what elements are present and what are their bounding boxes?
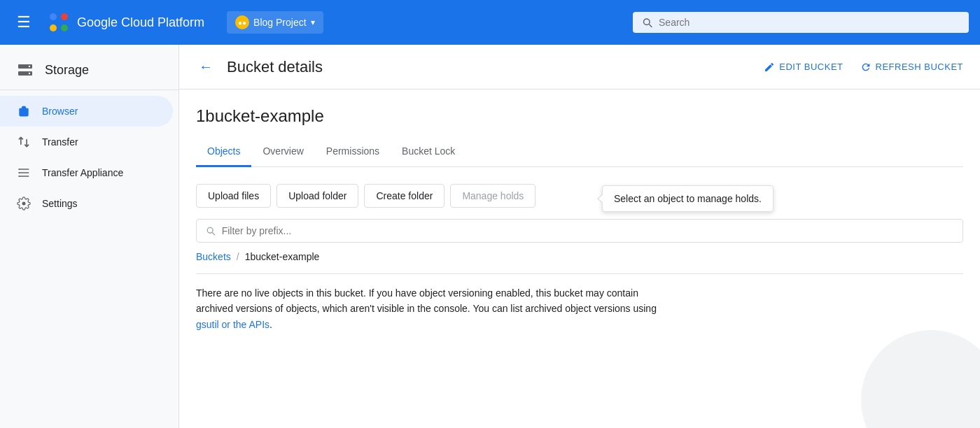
main-content: ← Bucket details EDIT BUCKET REFRESH BUC…: [179, 45, 980, 428]
sidebar-item-label-browser: Browser: [42, 106, 78, 117]
svg-rect-12: [19, 172, 20, 173]
back-button[interactable]: ←: [196, 56, 216, 78]
svg-point-1: [61, 13, 68, 20]
list-icon: [17, 166, 31, 180]
project-icon: ●●: [235, 15, 249, 29]
search-icon: [641, 16, 653, 29]
google-cloud-logo-icon: [48, 11, 70, 34]
gsutil-apis-link[interactable]: gsutil or the APIs: [196, 319, 270, 330]
filter-search-icon: [205, 225, 216, 236]
page-title: Bucket details: [227, 58, 752, 76]
breadcrumb-current: 1bucket-example: [245, 251, 320, 262]
breadcrumb-separator: /: [237, 251, 239, 262]
search-bar: [633, 12, 969, 33]
manage-holds-tooltip: Select an object to manage holds.: [602, 185, 774, 212]
svg-point-2: [50, 24, 57, 31]
tab-permissions[interactable]: Permissions: [315, 137, 391, 167]
gear-icon: [17, 197, 31, 211]
svg-point-6: [29, 66, 30, 67]
sidebar-header: Storage: [0, 50, 178, 90]
refresh-bucket-button[interactable]: REFRESH BUCKET: [860, 62, 963, 73]
empty-state: There are no live objects in this bucket…: [196, 285, 658, 332]
top-nav: ☰ Google Cloud Platform ●● Blog Project …: [0, 0, 980, 45]
nav-title: Google Cloud Platform: [77, 15, 204, 30]
edit-bucket-button[interactable]: EDIT BUCKET: [764, 62, 843, 73]
sidebar-item-transfer-appliance[interactable]: Transfer Appliance: [0, 157, 173, 188]
edit-icon: [764, 62, 775, 73]
sidebar-item-label-transfer-appliance: Transfer Appliance: [42, 167, 123, 178]
upload-files-button[interactable]: Upload files: [196, 184, 271, 208]
svg-point-0: [50, 13, 57, 20]
svg-rect-9: [19, 172, 29, 173]
svg-rect-10: [19, 176, 29, 177]
create-folder-button[interactable]: Create folder: [364, 184, 444, 208]
sidebar-item-transfer[interactable]: Transfer: [0, 127, 173, 157]
sidebar-item-label-transfer: Transfer: [42, 136, 78, 148]
search-input[interactable]: [659, 17, 960, 28]
svg-point-7: [29, 73, 30, 74]
header-actions: EDIT BUCKET REFRESH BUCKET: [764, 62, 963, 73]
breadcrumb-buckets-link[interactable]: Buckets: [196, 251, 231, 262]
svg-rect-8: [19, 169, 29, 170]
sidebar-nav: Browser Transfer: [0, 90, 178, 219]
breadcrumb: Buckets / 1bucket-example: [196, 251, 963, 262]
sidebar-header-title: Storage: [45, 63, 89, 78]
svg-point-3: [61, 24, 68, 31]
page-header: ← Bucket details EDIT BUCKET REFRESH BUC…: [179, 45, 980, 90]
toolbar: Upload files Upload folder Create folder…: [196, 184, 963, 208]
sidebar-item-browser[interactable]: Browser: [0, 96, 173, 127]
refresh-icon: [860, 62, 872, 73]
main-layout: Storage Browser Transfer: [0, 45, 980, 428]
empty-state-text-after: .: [270, 319, 272, 330]
svg-rect-11: [19, 169, 20, 170]
sidebar-item-label-settings: Settings: [42, 198, 78, 209]
sidebar-item-settings[interactable]: Settings: [0, 188, 173, 219]
chevron-down-icon: ▾: [311, 17, 315, 27]
tabs: Objects Overview Permissions Bucket Lock: [196, 137, 963, 167]
upload-folder-button[interactable]: Upload folder: [276, 184, 358, 208]
refresh-bucket-label: REFRESH BUCKET: [876, 62, 963, 72]
bucket-name: 1bucket-example: [196, 106, 963, 126]
tab-objects[interactable]: Objects: [196, 137, 251, 167]
tab-overview[interactable]: Overview: [251, 137, 314, 167]
tab-bucket-lock[interactable]: Bucket Lock: [391, 137, 466, 167]
sidebar: Storage Browser Transfer: [0, 45, 179, 428]
filter-input[interactable]: [222, 225, 954, 236]
project-selector[interactable]: ●● Blog Project ▾: [227, 11, 323, 34]
empty-state-text-before: There are no live objects in this bucket…: [196, 287, 657, 314]
content-divider: [196, 273, 963, 274]
hamburger-menu[interactable]: ☰: [11, 8, 36, 37]
storage-icon: [17, 62, 34, 78]
transfer-icon: [17, 135, 31, 149]
filter-bar: [196, 219, 963, 243]
bucket-icon: [17, 104, 31, 118]
nav-logo: Google Cloud Platform: [48, 11, 204, 34]
content-area: 1bucket-example Objects Overview Permiss…: [179, 90, 980, 349]
svg-rect-13: [19, 176, 20, 177]
project-name: Blog Project: [253, 17, 306, 28]
edit-bucket-label: EDIT BUCKET: [779, 62, 843, 72]
manage-holds-button[interactable]: Manage holds: [450, 184, 536, 208]
